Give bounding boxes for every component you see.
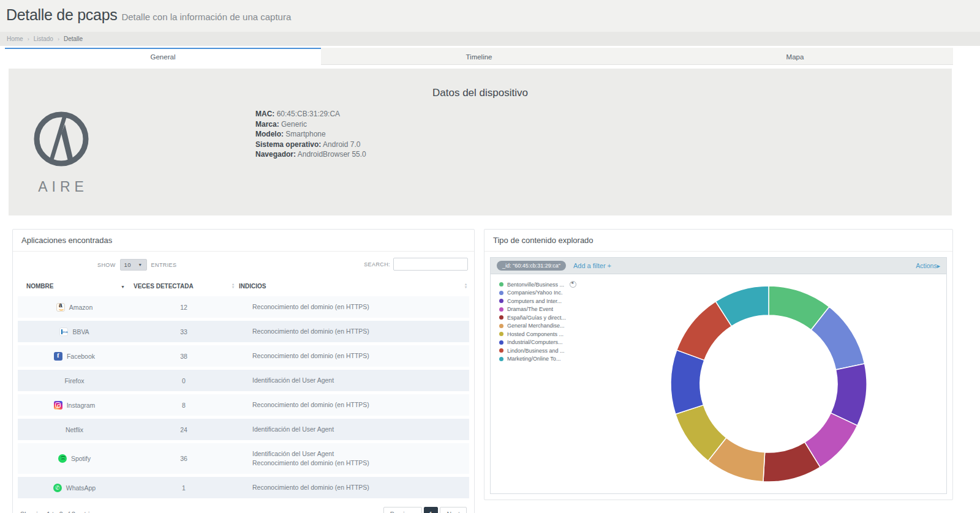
legend-item[interactable]: Marketing/Online To...	[499, 355, 576, 364]
column-header-nombre[interactable]: NOMBRE▼	[18, 280, 131, 293]
filter-bar: _id: "60:45:cb:31:29:ca" Add a filter + …	[491, 258, 946, 274]
breadcrumb: Home›Listado›Detalle	[0, 32, 980, 46]
legend-color-dot	[499, 357, 503, 361]
legend-label: Computers and Inter...	[507, 298, 562, 304]
legend-item[interactable]: Dramas/The Event	[499, 305, 576, 314]
app-name: Amazon	[69, 304, 93, 311]
aire-logo-text: AIRE	[31, 179, 92, 195]
actions-label: Actions	[916, 262, 937, 269]
legend-label: Industrial/Computers...	[507, 339, 563, 345]
legend-item[interactable]: Industrial/Computers...	[499, 339, 576, 347]
legend-label: Bentonville/Business ...	[507, 282, 564, 288]
whatsapp-icon	[53, 484, 62, 492]
filter-chip[interactable]: _id: "60:45:cb:31:29:ca"	[497, 261, 566, 271]
device-field: Navegador: AndroidBrowser 55.0	[255, 149, 366, 160]
instagram-icon	[54, 401, 62, 410]
visualization-embed: _id: "60:45:cb:31:29:ca" Add a filter + …	[490, 257, 947, 494]
legend-label: Lindon/Business and ...	[507, 348, 565, 354]
applications-panel-title: Aplicaciones encontradas	[13, 230, 474, 252]
legend-color-dot	[499, 340, 503, 345]
legend-color-dot	[499, 299, 503, 303]
times-detected-cell: 1	[131, 477, 236, 498]
legend-item[interactable]: Hosted Components ...	[499, 330, 576, 339]
sort-icon: ▴▾	[232, 283, 234, 289]
page: Detalle de pcapsDetalle con la informaci…	[0, 0, 980, 513]
tab-timeline[interactable]: Timeline	[321, 48, 637, 65]
device-fields: MAC: 60:45:CB:31:29:CAMarca: GenericMode…	[255, 109, 366, 160]
content-panels: Aplicaciones encontradas SHOW 10 ▼ ENTRI…	[12, 229, 953, 513]
sort-desc-icon: ▼	[121, 285, 125, 289]
app-name-cell: Facebook	[18, 345, 131, 367]
legend-label: Hosted Components ...	[507, 331, 564, 337]
page-1-button[interactable]: 1	[424, 507, 439, 513]
search-label: SEARCH:	[364, 261, 390, 268]
amazon-icon	[56, 303, 65, 312]
legend-color-dot	[499, 324, 503, 328]
legend-label: España/Guías y direct...	[507, 315, 566, 321]
legend-item[interactable]: Companies/Yahoo Inc.	[499, 289, 576, 298]
add-filter-link[interactable]: Add a filter +	[573, 262, 611, 269]
legend-item[interactable]: España/Guías y direct...	[499, 313, 576, 322]
breadcrumb-item-home[interactable]: Home	[7, 36, 23, 42]
column-header-indicios[interactable]: INDICIOS▴▾	[236, 280, 469, 293]
legend-item[interactable]: Bentonville/Business ...	[499, 280, 576, 289]
breadcrumb-item-listado[interactable]: Listado	[34, 36, 53, 42]
sort-icon: ▴▾	[465, 283, 467, 289]
bbva-icon	[59, 328, 68, 336]
app-name-cell: Netflix	[18, 419, 131, 440]
page-subtitle: Detalle con la información de una captur…	[121, 12, 291, 22]
pie-chart-area: Bentonville/Business ...Companies/Yahoo …	[491, 274, 946, 493]
previous-button[interactable]: Previous	[383, 507, 422, 513]
times-detected-cell: 33	[131, 321, 236, 342]
legend-color-dot	[499, 332, 503, 336]
app-name-cell: Firefox	[18, 370, 131, 391]
page-size-value: 10	[124, 261, 131, 268]
times-detected-cell: 12	[131, 296, 236, 318]
pie-slice-7[interactable]	[671, 350, 704, 414]
indicios-cell: Reconocimiento del dominio (en HTTPS)	[236, 321, 469, 342]
legend-item[interactable]: Lindon/Business and ...	[499, 346, 576, 355]
times-detected-cell: 38	[131, 345, 236, 367]
device-panel-title: Datos del dispositivo	[9, 69, 952, 99]
content-type-panel: Tipo de contenido explorado _id: "60:45:…	[484, 229, 953, 500]
app-name: WhatsApp	[66, 484, 96, 492]
content-type-panel-title: Tipo de contenido explorado	[484, 230, 952, 252]
search-input[interactable]	[393, 258, 468, 271]
spotify-icon	[58, 454, 67, 463]
tab-mapa[interactable]: Mapa	[637, 48, 953, 65]
page-header: Detalle de pcapsDetalle con la informaci…	[0, 0, 980, 32]
aire-logo-icon	[31, 107, 92, 175]
actions-link[interactable]: Actions▸	[916, 262, 940, 269]
app-name: Instagram	[67, 402, 96, 409]
app-name: Facebook	[67, 353, 95, 360]
tab-general[interactable]: General	[5, 48, 321, 65]
legend-label: General Merchandise...	[507, 323, 565, 329]
app-name-cell: Amazon	[18, 296, 131, 318]
show-label: SHOW	[97, 262, 116, 268]
tab-bar: GeneralTimelineMapa	[5, 48, 953, 65]
legend-item[interactable]: Computers and Inter...	[499, 297, 576, 305]
times-detected-cell: 36	[131, 443, 236, 474]
indicios-cell: Identificación del User AgentReconocimie…	[236, 443, 469, 474]
device-field: Modelo: Smartphone	[255, 129, 366, 140]
legend-expand-icon[interactable]	[570, 281, 576, 288]
legend-item[interactable]: General Merchandise...	[499, 322, 576, 331]
facebook-icon	[54, 352, 62, 361]
page-size-select[interactable]: 10 ▼	[120, 259, 147, 271]
pagination: Previous 1 Next	[383, 507, 467, 513]
chevron-down-icon: ▼	[138, 263, 142, 267]
indicios-cell: Identificación del User Agent	[236, 419, 469, 440]
column-header-veces-detectada[interactable]: VECES DETECTADA▴▾	[131, 280, 236, 293]
device-field: MAC: 60:45:CB:31:29:CA	[255, 109, 366, 119]
times-detected-cell: 0	[131, 370, 236, 391]
donut-chart	[669, 284, 869, 484]
page-title: Detalle de pcaps	[6, 6, 117, 23]
indicios-cell: Reconocimiento del dominio (en HTTPS)	[236, 394, 469, 416]
breadcrumb-item-detalle: Detalle	[64, 36, 83, 42]
table-info: Showing 1 to 8 of 8 entries	[20, 511, 96, 513]
aire-logo: AIRE	[31, 107, 92, 195]
next-button[interactable]: Next	[440, 507, 467, 513]
indicios-cell: Reconocimiento del dominio (en HTTPS)	[236, 296, 469, 318]
breadcrumb-separator-icon: ›	[28, 36, 29, 42]
legend-color-dot	[499, 307, 503, 312]
